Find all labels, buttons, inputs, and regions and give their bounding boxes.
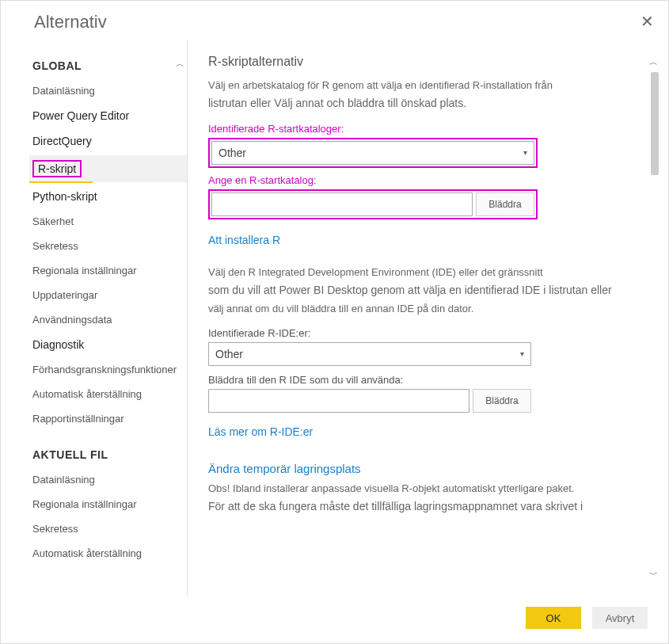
sidebar-item-directquery[interactable]: DirectQuery xyxy=(29,130,187,152)
section-heading-r-options: R-skriptalternativ xyxy=(208,55,648,69)
sidebar-section-global: GLOBAL xyxy=(29,56,187,80)
sidebar: ︿ GLOBAL Datainläsning Power Query Edito… xyxy=(29,40,188,596)
sidebar-item-cf-privacy[interactable]: Sekretess xyxy=(29,518,187,539)
chevron-down-icon[interactable]: ﹀ xyxy=(648,569,659,580)
description-ide: Välj den R Integrated Development Enviro… xyxy=(208,264,648,318)
sidebar-section-current-file: AKTUELL FIL xyxy=(29,445,187,469)
browse-home-button[interactable]: Bläddra xyxy=(476,192,534,216)
input-r-ide[interactable] xyxy=(208,389,469,413)
sidebar-item-security[interactable]: Säkerhet xyxy=(29,211,187,232)
description-home: Välj en arbetskatalog för R genom att vä… xyxy=(208,77,648,113)
sidebar-item-diagnostics[interactable]: Diagnostik xyxy=(29,333,187,356)
heading-temp-storage: Ändra temporär lagringsplats xyxy=(208,462,648,475)
cancel-button[interactable]: Avbryt xyxy=(592,607,648,629)
input-r-home[interactable] xyxy=(211,192,473,216)
ok-button[interactable]: OK xyxy=(526,607,581,629)
dialog-footer: OK Avbryt xyxy=(1,596,668,643)
sidebar-item-updates[interactable]: Uppdateringar xyxy=(29,284,187,306)
sidebar-item-python-script[interactable]: Python-skript xyxy=(29,185,187,208)
select-r-ide[interactable]: Other ▾ xyxy=(208,342,531,366)
sidebar-scrollbar[interactable]: ︿ xyxy=(174,58,185,69)
sidebar-item-cf-data-load[interactable]: Datainläsning xyxy=(29,469,187,490)
highlight-set-home: Bläddra xyxy=(208,189,538,219)
chevron-down-icon: ▾ xyxy=(520,349,524,358)
dialog-body: ︿ GLOBAL Datainläsning Power Query Edito… xyxy=(1,40,668,596)
label-detected-ide: Identifierade R-IDE:er: xyxy=(208,327,648,339)
select-r-home-value: Other xyxy=(219,147,246,159)
temp-storage-note: Obs! Ibland installerar anpassade visuel… xyxy=(208,480,648,516)
close-icon[interactable]: ✕ xyxy=(640,12,654,31)
sidebar-item-autorecover[interactable]: Automatisk återställning xyxy=(29,383,187,405)
label-set-home: Ange en R-startkatalog: xyxy=(208,174,648,186)
sidebar-item-cf-regional[interactable]: Regionala inställningar xyxy=(29,493,187,515)
dialog-title: Alternativ xyxy=(34,12,107,32)
highlight-detected-home: Other ▾ xyxy=(208,138,538,168)
sidebar-item-privacy[interactable]: Sekretess xyxy=(29,235,187,257)
sidebar-item-data-load[interactable]: Datainläsning xyxy=(29,80,187,101)
label-detected-home: Identifierade R-startkataloger: xyxy=(208,123,648,135)
chevron-up-icon[interactable]: ︿ xyxy=(648,56,659,67)
sidebar-item-report-settings[interactable]: Rapportinställningar xyxy=(29,408,187,429)
sidebar-item-preview-features[interactable]: Förhandsgranskningsfunktioner xyxy=(29,359,187,380)
browse-ide-button[interactable]: Bläddra xyxy=(473,389,531,413)
chevron-down-icon: ▾ xyxy=(523,148,527,157)
scroll-thumb[interactable] xyxy=(651,72,659,175)
select-r-ide-value: Other xyxy=(215,348,243,360)
sidebar-item-r-script[interactable]: R-skript xyxy=(29,155,187,182)
link-install-r[interactable]: Att installera R xyxy=(208,234,280,246)
options-dialog: ✕ Alternativ ︿ GLOBAL Datainläsning Powe… xyxy=(0,0,669,644)
titlebar: Alternativ xyxy=(1,1,668,40)
sidebar-item-cf-autorecover[interactable]: Automatisk återställning xyxy=(29,543,187,564)
chevron-up-icon[interactable]: ︿ xyxy=(174,58,185,69)
sidebar-item-usage-data[interactable]: Användningsdata xyxy=(29,309,187,330)
label-browse-ide: Bläddra till den R IDE som du vill använ… xyxy=(208,374,648,386)
sidebar-item-regional[interactable]: Regionala inställningar xyxy=(29,260,187,281)
main-panel: ︿ ﹀ R-skriptalternativ Välj en arbetskat… xyxy=(188,40,662,596)
select-r-home[interactable]: Other ▾ xyxy=(211,141,534,165)
link-learn-ide[interactable]: Läs mer om R-IDE:er xyxy=(208,425,313,438)
sidebar-item-power-query[interactable]: Power Query Editor xyxy=(29,105,187,127)
